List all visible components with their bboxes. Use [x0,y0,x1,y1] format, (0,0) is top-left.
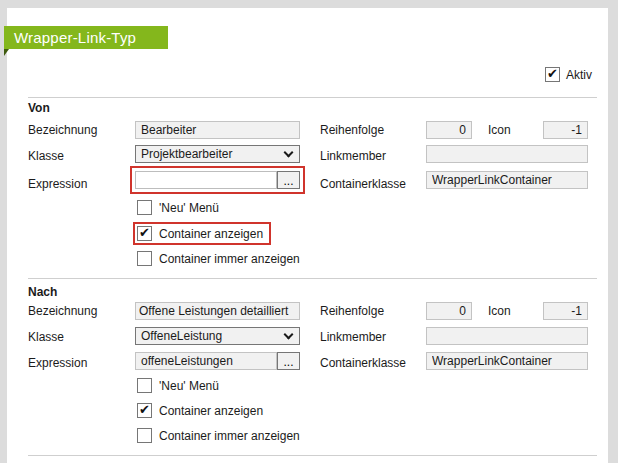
von-containerklasse-label: Containerklasse [320,177,406,192]
nach-klasse-dropdown[interactable]: OffeneLeistung [135,327,300,345]
von-container-anzeigen-row[interactable]: Container anzeigen [133,222,271,245]
von-icon-label: Icon [488,123,511,138]
nach-container-anzeigen-checkbox[interactable] [137,403,152,418]
von-neu-menue-label: 'Neu' Menü [159,201,219,215]
von-linkmember-label: Linkmember [320,149,386,164]
von-bezeichnung-input[interactable] [135,121,300,139]
nach-neu-menue-row[interactable]: 'Neu' Menü [137,378,219,393]
von-bezeichnung-label: Bezeichnung [28,123,97,138]
von-reihenfolge-input[interactable] [426,121,472,139]
von-neu-menue-checkbox[interactable] [137,200,152,215]
chevron-down-icon[interactable] [277,146,299,162]
wrapper-link-typ-dialog: { "window": { "title_banner": "Wrapper-L… [0,0,618,463]
section-heading-von: Von [28,101,50,116]
ribbon-fold-decoration [4,49,9,56]
nach-klasse-label: Klasse [28,330,64,345]
content-card [7,8,608,463]
nach-container-anzeigen-label: Container anzeigen [159,404,263,418]
von-expression-browse-button[interactable]: ... [277,171,300,189]
nach-expression-label: Expression [28,356,87,371]
von-icon-input[interactable] [543,121,588,139]
von-container-anzeigen-checkbox[interactable] [137,226,152,241]
nach-reihenfolge-label: Reihenfolge [320,304,384,319]
nach-linkmember-label: Linkmember [320,330,386,345]
nach-expression-browse-button[interactable]: ... [277,352,300,370]
von-klasse-label: Klasse [28,149,64,164]
nach-container-immer-anzeigen-label: Container immer anzeigen [159,429,300,443]
nach-klasse-value: OffeneLeistung [136,329,277,343]
von-containerklasse-input[interactable] [426,171,588,189]
nach-container-immer-anzeigen-row[interactable]: Container immer anzeigen [137,428,300,443]
nach-neu-menue-label: 'Neu' Menü [159,379,219,393]
aktiv-label: Aktiv [566,68,592,83]
nach-bezeichnung-label: Bezeichnung [28,304,97,319]
nach-icon-input[interactable] [543,302,588,320]
von-expression-label: Expression [28,177,87,192]
nach-expression-input[interactable] [135,352,277,370]
von-reihenfolge-label: Reihenfolge [320,123,384,138]
divider [28,278,597,279]
nach-icon-label: Icon [488,304,511,319]
nach-containerklasse-input[interactable] [426,352,588,370]
von-container-immer-anzeigen-row[interactable]: Container immer anzeigen [137,251,300,266]
von-container-anzeigen-label: Container anzeigen [159,227,263,241]
chevron-down-icon[interactable] [277,328,299,344]
nach-linkmember-input[interactable] [426,327,588,345]
von-container-immer-anzeigen-checkbox[interactable] [137,251,152,266]
nach-bezeichnung-input[interactable] [135,302,300,320]
page-title: Wrapper-Link-Typ [4,26,168,49]
nach-container-anzeigen-row[interactable]: Container anzeigen [137,403,263,418]
von-expression-input[interactable] [135,171,277,189]
nach-container-immer-anzeigen-checkbox[interactable] [137,428,152,443]
von-linkmember-input[interactable] [426,145,588,163]
von-klasse-dropdown[interactable]: Projektbearbeiter [135,145,300,163]
von-neu-menue-row[interactable]: 'Neu' Menü [137,200,219,215]
nach-neu-menue-checkbox[interactable] [137,378,152,393]
divider [28,455,597,456]
von-container-immer-anzeigen-label: Container immer anzeigen [159,252,300,266]
nach-reihenfolge-input[interactable] [426,302,472,320]
divider [28,97,597,98]
von-klasse-value: Projektbearbeiter [136,147,277,161]
nach-containerklasse-label: Containerklasse [320,356,406,371]
section-heading-nach: Nach [28,285,57,300]
aktiv-checkbox[interactable] [545,67,560,82]
